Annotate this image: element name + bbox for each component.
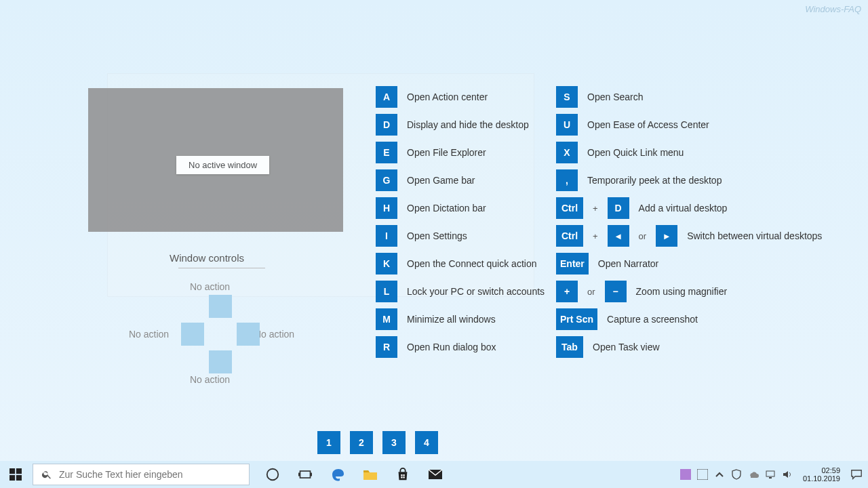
svg-rect-16 [769,477,772,479]
shortcut-desc: Display and hide the desktop [407,119,529,130]
taskview-icon [298,468,312,481]
arrow-right-key: ► [656,225,677,247]
cortana-icon[interactable] [263,465,282,484]
wc-left-label: No action [129,329,169,340]
svg-rect-2 [9,475,15,481]
taskbar-pinned-apps [263,465,445,484]
shortcut-row: Ctrl+◄or►Switch between virtual desktops [556,225,822,247]
key-m: M [376,308,397,330]
shortcut-desc: Open Narrator [598,258,658,269]
plus-label: + [593,203,598,214]
svg-rect-3 [16,475,22,481]
page-button-1[interactable]: 1 [317,431,340,454]
clock-date: 01.10.2019 [803,474,840,483]
circle-icon [265,467,280,482]
svg-rect-1 [16,468,22,474]
key-i: I [376,225,397,247]
network-icon[interactable] [765,469,776,480]
shortcut-desc: Open Quick Link menu [587,147,684,158]
shopping-bag-icon [395,467,410,482]
shortcut-desc: Open Ease of Access Center [587,119,709,130]
key-e: E [376,142,397,163]
shortcut-row: DDisplay and hide the desktop [376,114,545,136]
store-icon[interactable] [393,465,412,484]
key-d: D [608,197,629,219]
page-button-3[interactable]: 3 [382,431,406,454]
dpad-up-button[interactable] [209,295,232,318]
mail-icon[interactable] [426,465,445,484]
shortcut-row: Ctrl+DAdd a virtual desktop [556,197,822,219]
shortcuts-column-1: AOpen Action centerDDisplay and hide the… [376,86,545,358]
watermark: Windows-FAQ [805,4,861,14]
plus-label: + [593,231,598,241]
shortcut-row: TabOpen Task view [556,336,822,358]
window-controls-title: Window controls [170,252,244,264]
wc-up-label: No action [190,281,230,292]
shortcut-desc: Open Settings [407,230,467,241]
dpad-left-button[interactable] [181,323,204,346]
volume-icon[interactable] [782,469,793,480]
shortcut-row: +or−Zoom using magnifier [556,281,822,302]
key-a: A [376,86,397,108]
svg-rect-7 [311,473,313,476]
svg-point-4 [267,469,279,481]
page-button-4[interactable]: 4 [415,431,438,454]
key-h: H [376,197,397,219]
key-u: U [556,114,578,136]
window-controls-dpad [176,295,264,383]
shortcut-row: Prt ScnCapture a screenshot [556,308,822,330]
svg-rect-14 [697,469,708,480]
shortcut-row: IOpen Settings [376,225,545,247]
tray-icon-2[interactable] [697,469,708,480]
shortcut-desc: Temporarily peek at the desktop [587,175,722,186]
tray-icon-1[interactable] [680,469,691,480]
task-view-icon[interactable] [296,465,315,484]
svg-rect-11 [403,476,404,478]
shortcut-row: GOpen Game bar [376,169,545,191]
clock-time: 02:59 [803,466,840,474]
key-prtscn: Prt Scn [556,308,597,330]
shortcut-row: LLock your PC or switch accounts [376,281,545,302]
shortcut-desc: Open the Connect quick action [407,258,536,269]
onedrive-icon[interactable] [748,469,759,480]
security-icon[interactable] [731,469,742,480]
key-l: L [376,281,397,302]
shortcut-row: AOpen Action center [376,86,545,108]
windows-logo-icon [9,468,22,481]
shortcut-desc: Open Search [587,92,644,102]
key-,: , [556,169,578,191]
key-enter: Enter [556,253,589,274]
taskbar-clock[interactable]: 02:59 01.10.2019 [803,466,840,483]
shortcut-row: UOpen Ease of Access Center [556,114,822,136]
taskbar-search[interactable] [33,464,250,485]
action-center-icon[interactable] [850,468,863,481]
start-button[interactable] [0,461,31,488]
shortcut-desc: Zoom using magnifier [636,286,728,297]
key-+: + [556,281,578,302]
system-tray: 02:59 01.10.2019 [680,461,863,488]
svg-rect-8 [401,474,402,476]
key-d: D [376,114,397,136]
file-explorer-icon[interactable] [361,465,380,484]
shortcut-row: EOpen File Explorer [376,142,545,163]
edge-icon[interactable] [328,465,347,484]
search-input[interactable] [59,469,241,480]
shortcut-row: SOpen Search [556,86,822,108]
shortcut-desc: Open File Explorer [407,147,486,158]
dpad-down-button[interactable] [209,350,232,373]
page-button-2[interactable]: 2 [350,431,373,454]
shortcut-desc: Open Task view [593,342,660,352]
or-label: or [587,287,595,297]
page-buttons: 1234 [317,431,438,454]
shortcut-row: ,Temporarily peek at the desktop [556,169,822,191]
no-active-window-label: No active window [176,156,269,174]
key-k: K [376,253,397,274]
dpad-right-button[interactable] [237,323,260,346]
shortcut-row: KOpen the Connect quick action [376,253,545,274]
chevron-up-icon[interactable] [714,469,725,480]
arrow-left-key: ◄ [608,225,629,247]
key-−: − [605,281,627,302]
shortcut-desc: Minimize all windows [407,314,496,325]
svg-rect-10 [401,476,402,478]
window-preview: No active window [88,88,343,232]
